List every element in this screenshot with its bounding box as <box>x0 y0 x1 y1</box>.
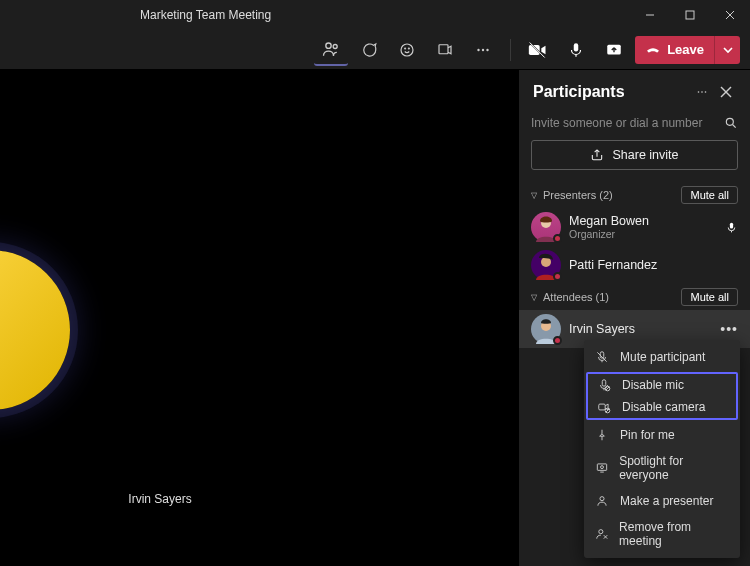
svg-point-11 <box>482 48 484 50</box>
svg-point-50 <box>598 530 602 534</box>
presenters-header[interactable]: ▽ Presenters (2) Mute all <box>519 182 750 208</box>
ctx-remove[interactable]: Remove from meeting <box>584 514 740 554</box>
invite-search[interactable]: Invite someone or dial a number <box>519 116 750 140</box>
ctx-spotlight[interactable]: Spotlight for everyone <box>584 448 740 488</box>
svg-point-5 <box>333 44 337 48</box>
svg-point-6 <box>401 44 413 56</box>
mic-disable-icon <box>596 378 612 392</box>
share-screen-icon[interactable] <box>597 34 631 66</box>
svg-rect-42 <box>599 404 605 410</box>
panel-close-icon[interactable] <box>714 80 738 104</box>
window-title: Marketing Team Meeting <box>140 8 271 22</box>
panel-more-icon[interactable] <box>690 80 714 104</box>
svg-point-25 <box>705 91 707 93</box>
svg-point-49 <box>600 497 604 501</box>
ctx-highlighted-group: Disable mic Disable camera <box>586 372 738 420</box>
ctx-mute-participant[interactable]: Mute participant <box>584 344 740 370</box>
maximize-button[interactable] <box>670 0 710 30</box>
rooms-icon[interactable] <box>428 34 462 66</box>
svg-point-4 <box>326 43 331 48</box>
attendee-name: Irvin Sayers <box>569 322 635 336</box>
toolbar-separator <box>510 39 511 61</box>
presenter-name: Megan Bowen <box>569 214 649 228</box>
ctx-make-presenter[interactable]: Make a presenter <box>584 488 740 514</box>
svg-point-24 <box>701 91 703 93</box>
pin-icon <box>594 428 610 442</box>
meeting-toolbar: Leave <box>0 30 750 70</box>
participants-panel: Participants Invite someone or dial a nu… <box>518 70 750 566</box>
leave-chevron[interactable] <box>714 36 740 64</box>
share-invite-button[interactable]: Share invite <box>531 140 738 170</box>
svg-point-47 <box>600 466 603 469</box>
attendees-label: Attendees (1) <box>543 291 609 303</box>
ctx-disable-camera[interactable]: Disable camera <box>588 396 736 418</box>
presenter-name: Patti Fernandez <box>569 258 657 272</box>
avatar <box>531 212 561 242</box>
camera-disable-icon <box>596 400 612 414</box>
avatar <box>531 250 561 280</box>
presenter-icon <box>594 494 610 508</box>
mute-all-attendees-button[interactable]: Mute all <box>681 288 738 306</box>
mic-icon <box>725 221 738 234</box>
svg-point-10 <box>477 48 479 50</box>
leave-label: Leave <box>667 42 704 57</box>
chevron-down-icon <box>723 45 733 55</box>
ctx-pin[interactable]: Pin for me <box>584 422 740 448</box>
svg-rect-15 <box>574 43 579 51</box>
presenters-label: Presenters (2) <box>543 189 613 201</box>
remove-icon <box>594 527 609 541</box>
attendees-header[interactable]: ▽ Attendees (1) Mute all <box>519 284 750 310</box>
presenter-sub: Organizer <box>569 228 649 240</box>
featured-name: Irvin Sayers <box>85 492 235 506</box>
search-icon <box>724 116 738 130</box>
svg-line-29 <box>733 125 736 128</box>
panel-title: Participants <box>533 83 690 101</box>
spotlight-icon <box>594 461 609 475</box>
svg-rect-1 <box>686 11 694 19</box>
participant-context-menu: Mute participant Disable mic Disable cam… <box>584 340 740 558</box>
collapse-icon: ▽ <box>531 191 537 200</box>
presenter-row[interactable]: Patti Fernandez <box>519 246 750 284</box>
mic-icon[interactable] <box>559 34 593 66</box>
search-placeholder: Invite someone or dial a number <box>531 116 724 130</box>
window-titlebar: Marketing Team Meeting <box>0 0 750 30</box>
ctx-disable-mic[interactable]: Disable mic <box>588 374 736 396</box>
hangup-icon <box>645 42 661 58</box>
collapse-icon: ▽ <box>531 293 537 302</box>
svg-point-28 <box>726 118 733 125</box>
svg-point-23 <box>698 91 700 93</box>
video-stage: Irvin Sayers <box>0 70 518 566</box>
svg-point-8 <box>409 48 410 49</box>
reactions-icon[interactable] <box>390 34 424 66</box>
avatar <box>531 314 561 344</box>
share-invite-label: Share invite <box>612 148 678 162</box>
chat-icon[interactable] <box>352 34 386 66</box>
participants-icon[interactable] <box>314 34 348 66</box>
minimize-button[interactable] <box>630 0 670 30</box>
svg-point-12 <box>486 48 488 50</box>
camera-off-icon[interactable] <box>521 34 555 66</box>
mic-off-icon <box>594 350 610 364</box>
svg-rect-38 <box>602 380 606 386</box>
close-button[interactable] <box>710 0 750 30</box>
leave-button[interactable]: Leave <box>635 36 740 64</box>
more-actions-icon[interactable] <box>466 34 500 66</box>
svg-rect-46 <box>597 464 606 470</box>
svg-point-7 <box>405 48 406 49</box>
attendee-more-button[interactable]: ••• <box>720 321 738 337</box>
participant-bubble-partial[interactable] <box>0 250 70 410</box>
svg-rect-9 <box>439 44 448 53</box>
svg-rect-31 <box>730 222 733 228</box>
mute-all-presenters-button[interactable]: Mute all <box>681 186 738 204</box>
share-icon <box>590 148 604 162</box>
presenter-row[interactable]: Megan Bowen Organizer <box>519 208 750 246</box>
